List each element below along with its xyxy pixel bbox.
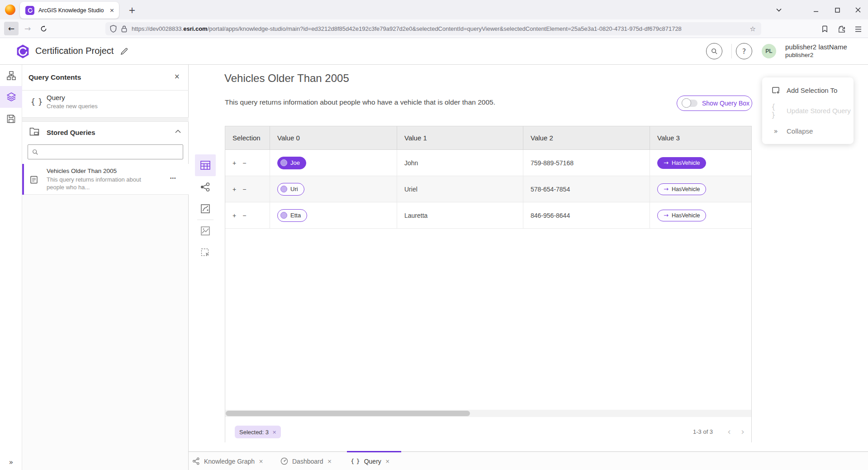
chip-clear-icon[interactable]: × bbox=[272, 429, 276, 435]
arcgis-favicon-icon bbox=[25, 6, 34, 15]
sidebar-item-saved[interactable] bbox=[0, 108, 22, 129]
search-icon bbox=[32, 149, 38, 155]
horizontal-scrollbar[interactable] bbox=[225, 410, 751, 417]
avatar[interactable]: PL bbox=[762, 44, 776, 58]
maximize-window-button[interactable] bbox=[830, 4, 844, 16]
show-query-box-toggle[interactable]: Show Query Box bbox=[677, 96, 752, 111]
table-row[interactable]: + − Joe John 759-889-57168 → HasVehicle bbox=[225, 150, 751, 176]
value2-cell: 578-654-7854 bbox=[523, 176, 650, 202]
collapse-section-chevron-icon[interactable] bbox=[175, 129, 181, 133]
content-description: This query returns information about peo… bbox=[225, 98, 495, 106]
table-header-row: Selection Value 0 Value 1 Value 2 Value … bbox=[225, 126, 751, 150]
value2-text: 759-889-57168 bbox=[531, 159, 574, 167]
column-header[interactable]: Value 2 bbox=[523, 126, 650, 149]
next-page-button[interactable]: › bbox=[736, 425, 749, 438]
add-to-selection-button[interactable]: + bbox=[232, 186, 236, 193]
value2-text: 578-654-7854 bbox=[531, 186, 570, 193]
forward-button[interactable]: → bbox=[20, 22, 35, 35]
header-search-button[interactable] bbox=[706, 43, 722, 59]
tab-close-icon[interactable]: × bbox=[109, 7, 114, 14]
menu-item-update-stored-query[interactable]: { } Update Stored Query bbox=[762, 101, 854, 121]
tab-query[interactable]: { } Query × bbox=[351, 452, 390, 470]
column-header[interactable]: Selection bbox=[225, 126, 270, 149]
add-to-selection-button[interactable]: + bbox=[232, 159, 236, 167]
list-tabs-chevron-icon[interactable] bbox=[772, 4, 786, 16]
tab-label: Query bbox=[364, 458, 381, 465]
scrollbar-thumb[interactable] bbox=[226, 411, 470, 416]
expand-rail-button[interactable]: » bbox=[0, 458, 22, 466]
value1-text: Lauretta bbox=[404, 212, 427, 219]
stored-query-item[interactable]: Vehicles Older Than 2005 This query retu… bbox=[22, 164, 189, 195]
table-row[interactable]: + − Uri Uriel 578-654-7854 → HasVehicle bbox=[225, 176, 751, 202]
add-to-selection-button[interactable]: + bbox=[232, 212, 236, 219]
url-bar[interactable]: https://dev0028833.esri.com/portal/apps/… bbox=[105, 22, 761, 35]
column-header[interactable]: Value 0 bbox=[270, 126, 397, 149]
query-card-title: Query bbox=[47, 94, 65, 101]
link-chart-view-button[interactable] bbox=[195, 176, 216, 198]
entity-label: Etta bbox=[290, 212, 301, 219]
close-window-button[interactable] bbox=[851, 4, 865, 16]
user-name: publisher2 lastName bbox=[785, 43, 847, 51]
stored-queries-search-input[interactable] bbox=[38, 145, 183, 159]
folder-icon bbox=[29, 127, 39, 136]
firefox-icon[interactable] bbox=[5, 5, 15, 15]
tab-label: Dashboard bbox=[292, 458, 323, 465]
menu-item-add-selection-to[interactable]: Add Selection To bbox=[762, 80, 854, 101]
relationship-pill[interactable]: → HasVehicle bbox=[657, 210, 706, 221]
table-view-button[interactable] bbox=[195, 154, 216, 176]
relationship-label: HasVehicle bbox=[672, 186, 700, 192]
item-options-ellipsis-icon[interactable]: ••• bbox=[170, 176, 176, 181]
tab-knowledge-graph[interactable]: Knowledge Graph × bbox=[192, 452, 263, 470]
relationship-pill[interactable]: → HasVehicle bbox=[657, 183, 706, 195]
entity-pill[interactable]: Uri bbox=[277, 183, 304, 196]
relationship-pill[interactable]: → HasVehicle bbox=[657, 157, 706, 169]
toggle-switch[interactable] bbox=[683, 100, 697, 107]
select-tool-button[interactable] bbox=[195, 242, 216, 264]
tab-close-icon[interactable]: × bbox=[385, 458, 390, 465]
table-row[interactable]: + − Etta Lauretta 846-956-8644 → HasVehi… bbox=[225, 202, 751, 229]
value0-cell: Joe bbox=[270, 150, 397, 176]
selected-count-chip[interactable]: Selected: 3 × bbox=[235, 426, 281, 438]
sidebar-item-data-model[interactable] bbox=[0, 65, 22, 86]
reload-button[interactable] bbox=[36, 22, 51, 35]
new-tab-button[interactable]: + bbox=[126, 4, 138, 16]
panel-empty-area bbox=[22, 195, 188, 470]
tab-dashboard[interactable]: Dashboard × bbox=[280, 452, 332, 470]
hamburger-menu-icon[interactable] bbox=[851, 23, 865, 35]
selected-indicator bbox=[22, 164, 24, 195]
value0-cell: Uri bbox=[270, 176, 397, 202]
left-rail: » bbox=[0, 65, 22, 470]
value2-cell: 759-889-57168 bbox=[523, 150, 650, 176]
tab-close-icon[interactable]: × bbox=[327, 458, 332, 465]
braces-icon: { } bbox=[351, 458, 360, 465]
menu-item-collapse[interactable]: » Collapse bbox=[762, 121, 854, 141]
entity-pill[interactable]: Joe bbox=[277, 157, 306, 169]
panel-close-icon[interactable]: × bbox=[174, 72, 180, 81]
bookmark-star-icon[interactable]: ☆ bbox=[750, 25, 756, 33]
value2-cell: 846-956-8644 bbox=[523, 202, 650, 228]
stored-queries-search-box[interactable] bbox=[28, 144, 183, 159]
edit-title-pencil-icon[interactable] bbox=[120, 47, 128, 55]
screen: ArcGIS Knowledge Studio × + ← → bbox=[0, 0, 868, 470]
minimize-window-button[interactable] bbox=[809, 4, 823, 16]
entity-pill[interactable]: Etta bbox=[277, 209, 307, 222]
lock-icon[interactable] bbox=[121, 25, 127, 33]
remove-from-selection-button[interactable]: − bbox=[242, 212, 246, 219]
account-icon[interactable] bbox=[818, 23, 831, 35]
tracking-shield-icon[interactable] bbox=[110, 25, 117, 33]
value3-cell: → HasVehicle bbox=[650, 150, 751, 176]
column-header[interactable]: Value 3 bbox=[650, 126, 751, 149]
chart-view-button[interactable] bbox=[195, 220, 216, 242]
browser-tab[interactable]: ArcGIS Knowledge Studio × bbox=[20, 2, 119, 19]
prev-page-button[interactable]: ‹ bbox=[723, 425, 735, 438]
back-button[interactable]: ← bbox=[4, 22, 19, 35]
url-text[interactable]: https://dev0028833.esri.com/portal/apps/… bbox=[132, 25, 682, 32]
map-view-button[interactable] bbox=[195, 198, 216, 220]
remove-from-selection-button[interactable]: − bbox=[242, 186, 246, 193]
remove-from-selection-button[interactable]: − bbox=[242, 159, 246, 167]
tab-close-icon[interactable]: × bbox=[259, 458, 263, 465]
column-header[interactable]: Value 1 bbox=[397, 126, 523, 149]
help-button[interactable]: ? bbox=[736, 43, 752, 59]
sidebar-item-contents[interactable] bbox=[0, 86, 22, 108]
extensions-puzzle-icon[interactable] bbox=[835, 23, 849, 35]
